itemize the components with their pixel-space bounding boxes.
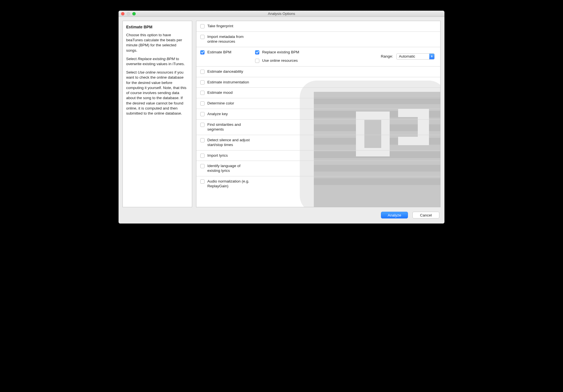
help-paragraph: Select Use online resources if you want … bbox=[126, 70, 189, 116]
option-key[interactable]: Analyze key bbox=[196, 109, 440, 120]
checkbox[interactable] bbox=[200, 112, 205, 116]
dialog-window: Analysis Options Estimate BPM Choose thi… bbox=[119, 11, 444, 224]
option-lyrics-language[interactable]: Identify language of existing lyrics bbox=[196, 161, 440, 176]
zoom-icon[interactable] bbox=[132, 12, 136, 15]
suboption-label: Use online resources bbox=[262, 58, 298, 63]
dialog-footer: Analyze Cancel bbox=[119, 209, 444, 224]
options-pane: Take fingerprint Import metadata from on… bbox=[196, 21, 441, 207]
checkbox[interactable] bbox=[200, 138, 205, 142]
option-normalization[interactable]: Audio normalization (e.g. ReplayGain) bbox=[196, 176, 440, 192]
option-mood[interactable]: Estimate mood bbox=[196, 88, 440, 98]
range-select[interactable]: Automatic bbox=[396, 53, 435, 60]
checkbox[interactable] bbox=[200, 80, 205, 85]
content-area: Estimate BPM Choose this option to have … bbox=[119, 17, 444, 209]
option-danceability[interactable]: Estimate danceability bbox=[196, 67, 440, 77]
option-label: Estimate BPM bbox=[207, 50, 252, 55]
option-silence[interactable]: Detect silence and adjust start/stop tim… bbox=[196, 135, 440, 151]
option-import-lyrics[interactable]: Import lyrics bbox=[196, 151, 440, 161]
checkbox[interactable] bbox=[255, 59, 259, 63]
checkbox[interactable] bbox=[200, 24, 205, 28]
checkbox[interactable] bbox=[200, 70, 205, 74]
option-label: Audio normalization (e.g. ReplayGain) bbox=[207, 179, 252, 189]
suboption-label: Replace existing BPM bbox=[262, 50, 299, 54]
suboption-replace-bpm[interactable]: Replace existing BPM bbox=[255, 50, 299, 54]
bpm-suboptions: Replace existing BPM Use online resource… bbox=[255, 50, 436, 63]
option-label: Take fingerprint bbox=[207, 24, 252, 29]
option-label: Find similarities and segments bbox=[207, 122, 252, 132]
checkbox[interactable] bbox=[200, 35, 205, 39]
option-similarity[interactable]: Find similarities and segments bbox=[196, 120, 440, 135]
checkbox[interactable] bbox=[200, 164, 205, 168]
checkbox[interactable] bbox=[200, 179, 205, 184]
range-value: Automatic bbox=[399, 54, 415, 58]
checkbox[interactable] bbox=[200, 101, 205, 106]
checkbox[interactable] bbox=[200, 91, 205, 95]
checkbox[interactable] bbox=[200, 123, 205, 127]
window-title: Analysis Options bbox=[119, 12, 444, 16]
option-label: Determine color bbox=[207, 101, 234, 106]
analyze-button[interactable]: Analyze bbox=[381, 212, 408, 218]
option-instrumentation[interactable]: Estimate instrumentation bbox=[196, 77, 440, 88]
option-label: Estimate mood bbox=[207, 90, 233, 95]
option-take-fingerprint[interactable]: Take fingerprint bbox=[196, 21, 440, 32]
checkbox[interactable] bbox=[200, 154, 205, 158]
checkbox[interactable] bbox=[200, 50, 205, 54]
option-label: Detect silence and adjust start/stop tim… bbox=[207, 138, 256, 147]
window-controls bbox=[121, 12, 136, 15]
help-paragraph: Select Replace existing BPM to overwrite… bbox=[126, 56, 189, 67]
option-estimate-bpm[interactable]: Estimate BPM Replace existing BPM Use on… bbox=[196, 47, 440, 67]
chevron-updown-icon bbox=[429, 54, 434, 59]
range-label: Range: bbox=[381, 54, 393, 58]
option-label: Identify language of existing lyrics bbox=[207, 164, 252, 173]
help-paragraph: Choose this option to have beaTunes calc… bbox=[126, 33, 189, 53]
help-heading: Estimate BPM bbox=[126, 24, 189, 30]
titlebar: Analysis Options bbox=[119, 11, 444, 17]
minimize-icon bbox=[127, 12, 130, 15]
option-label: Import lyrics bbox=[207, 153, 228, 158]
option-import-metadata[interactable]: Import metadata from online resources bbox=[196, 32, 440, 47]
suboption-use-online[interactable]: Use online resources bbox=[255, 58, 299, 63]
checkbox[interactable] bbox=[255, 50, 259, 54]
option-label: Estimate danceability bbox=[207, 69, 252, 74]
cancel-button[interactable]: Cancel bbox=[412, 212, 439, 218]
options-scroll[interactable]: Take fingerprint Import metadata from on… bbox=[196, 21, 440, 207]
option-color[interactable]: Determine color bbox=[196, 98, 440, 109]
option-label: Estimate instrumentation bbox=[207, 80, 252, 85]
option-label: Import metadata from online resources bbox=[207, 35, 252, 44]
help-pane: Estimate BPM Choose this option to have … bbox=[122, 21, 192, 207]
close-icon[interactable] bbox=[121, 12, 124, 15]
option-label: Analyze key bbox=[207, 112, 228, 117]
